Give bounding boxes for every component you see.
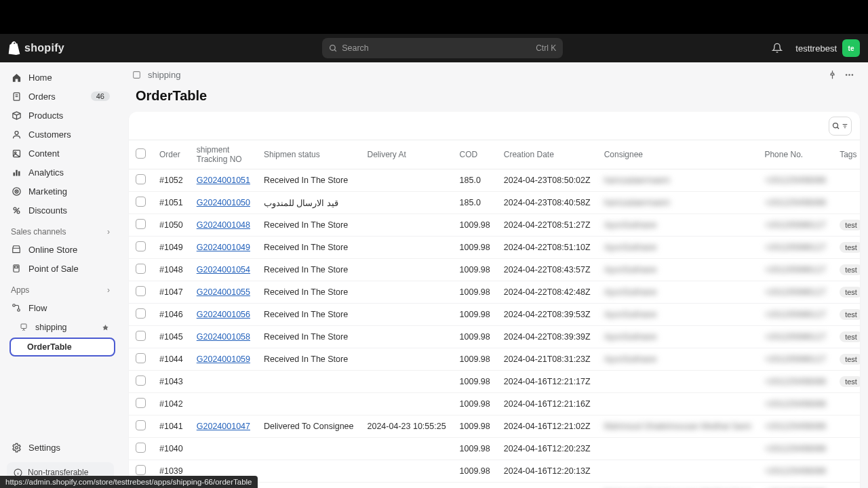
tracking-link[interactable]: G2024001049 [197,243,250,252]
col-status[interactable]: Shipmen status [257,140,361,169]
notifications-button[interactable] [768,39,786,57]
section-sales-channels[interactable]: Sales channels › [5,220,115,239]
nav-flow[interactable]: Flow [5,298,115,317]
table-row[interactable]: #1044G2024001059Received In The Store100… [129,348,860,371]
row-checkbox[interactable] [136,264,146,274]
nav-content[interactable]: Content [5,144,115,163]
nav-discounts[interactable]: Discounts [5,201,115,220]
table-row[interactable]: #10401009.982024-04-16T12:20:23Z+2012254… [129,438,860,460]
table-row[interactable]: #1045G2024001058Received In The Store100… [129,326,860,348]
row-checkbox[interactable] [136,197,146,207]
pos-icon [11,263,22,274]
select-all-checkbox[interactable] [136,148,146,159]
table-row[interactable]: #1049G2024001049Received In The Store100… [129,237,860,259]
marketing-icon [11,186,22,197]
pin-action-icon[interactable] [827,70,837,80]
app-shipping-ordertable[interactable]: OrderTable [9,338,115,357]
cell-creation: 2024-04-16T12:20:13Z [497,460,597,483]
tracking-link[interactable]: G2024001050 [197,198,250,207]
col-cod[interactable]: COD [453,140,497,169]
tracking-link[interactable]: G2024001054 [197,265,250,274]
col-creation[interactable]: Creation Date [497,140,597,169]
cell-consignee: AyunSukhane [597,304,758,326]
row-checkbox[interactable] [136,308,146,319]
products-icon [11,110,22,121]
col-order[interactable]: Order [153,140,190,169]
cell-consignee: AyunSukhane [597,237,758,259]
nav-home[interactable]: Home [5,68,115,87]
row-checkbox[interactable] [136,219,146,229]
cell-status: Received In The Store [257,348,361,371]
col-delivery[interactable]: Delivery At [361,140,453,169]
cell-creation: 2024-04-22T08:39:39Z [497,326,597,348]
cell-phone: +201225456086 [757,371,833,393]
table-row[interactable]: #1051G2024001050قيد الارسال للمندوب185.0… [129,192,860,214]
tag-chip: test [840,376,860,387]
section-sales-label: Sales channels [11,227,66,237]
col-tags[interactable]: Tags [833,140,860,169]
col-tracking[interactable]: shipment Tracking NO [190,140,257,169]
cell-consignee [597,460,758,483]
table-row[interactable]: #1048G2024001054Received In The Store100… [129,259,860,281]
row-checkbox[interactable] [136,241,146,251]
app-icon [132,70,141,79]
cell-cod: 1009.98 [453,393,497,415]
row-checkbox[interactable] [136,375,146,386]
cell-tracking: G2024001054 [190,259,257,281]
cell-delivery [361,281,453,304]
nav-products[interactable]: Products [5,106,115,125]
cell-tags: test [833,371,860,393]
svg-point-28 [848,74,850,76]
row-checkbox[interactable] [136,398,146,408]
table-row[interactable]: #1046G2024001056Received In The Store100… [129,304,860,326]
nav-analytics[interactable]: Analytics [5,163,115,182]
nav-pos[interactable]: Point of Sale [5,259,115,278]
tracking-link[interactable]: G2024001056 [197,310,250,319]
svg-point-14 [14,207,16,210]
nav-settings[interactable]: Settings [5,438,115,457]
table-row[interactable]: #10421009.982024-04-16T12:21:16Z+2012254… [129,393,860,415]
nav-store[interactable]: Online Store [5,240,115,259]
section-apps[interactable]: Apps › [5,279,115,298]
section-apps-label: Apps [11,285,29,295]
row-checkbox[interactable] [136,286,146,296]
row-checkbox[interactable] [136,353,146,363]
tracking-link[interactable]: G2024001047 [197,422,250,431]
row-checkbox[interactable] [136,443,146,453]
cell-tags: test [833,214,860,237]
nav-customers[interactable]: Customers [5,125,115,144]
nav-marketing[interactable]: Marketing [5,182,115,201]
svg-point-7 [14,152,16,154]
table-row[interactable]: #1041G2024001047Delivered To Consignee20… [129,415,860,438]
table-row[interactable]: #1052G2024001051Received In The Store185… [129,169,860,192]
nav-flow-label: Flow [28,303,110,313]
tracking-link[interactable]: G2024001048 [197,220,250,230]
cell-order: #1044 [153,348,190,371]
nav-customers-label: Customers [28,129,110,140]
row-checkbox[interactable] [136,465,146,475]
table-row[interactable]: #10431009.982024-04-16T12:21:17Z+2012254… [129,371,860,393]
tracking-link[interactable]: G2024001055 [197,287,250,297]
tracking-link[interactable]: G2024001051 [197,176,250,185]
row-checkbox[interactable] [136,331,146,341]
tracking-link[interactable]: G2024001059 [197,354,250,364]
table-row[interactable]: #1047G2024001055Received In The Store100… [129,281,860,304]
row-checkbox[interactable] [136,174,146,184]
app-shipping[interactable]: shipping [5,318,115,337]
col-consignee[interactable]: Consignee [597,140,758,169]
tracking-link[interactable]: G2024001058 [197,332,250,342]
table-row[interactable]: #1050G2024001048Received In The Store100… [129,214,860,237]
search-filter-button[interactable] [829,117,852,136]
more-actions-icon[interactable] [844,70,854,80]
col-phone[interactable]: Phone No. [757,140,833,169]
store-name: testtrebest [795,43,837,54]
cell-cod: 1009.98 [453,415,497,438]
row-checkbox[interactable] [136,420,146,430]
cell-cod: 1009.98 [453,438,497,460]
nav-products-label: Products [28,110,110,121]
cell-consignee: AyunSukhane [597,281,758,304]
analytics-icon [11,167,22,178]
store-menu[interactable]: testtrebest te [795,39,860,57]
search-input[interactable]: Search Ctrl K [322,38,563,58]
nav-orders[interactable]: Orders46 [5,87,115,106]
